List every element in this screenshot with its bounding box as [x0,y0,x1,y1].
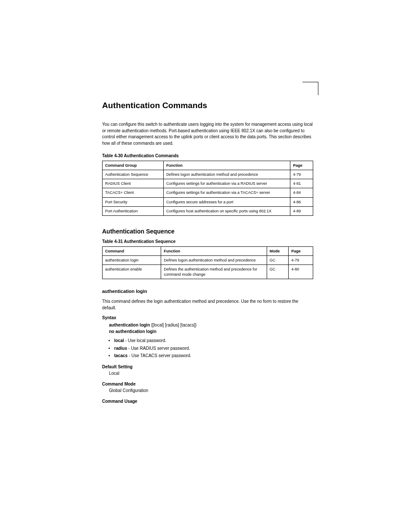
table-cell: RADIUS Client [103,179,164,188]
table-cell: 4-84 [290,188,313,197]
table-header-row: Command Function Mode Page [103,246,313,255]
table-header: Command Group [103,161,164,170]
table-cell: authentication enable [103,265,161,279]
cmdmode-label: Command Mode [102,382,313,386]
page-content: Authentication Commands You can configur… [102,101,313,404]
table-cell: Port Security [103,197,164,206]
table-cell: Authentication Sequence [103,170,164,179]
arg-keyword: tacacs [114,353,128,358]
table-row: authentication login Defines logon authe… [103,255,313,264]
section-heading: Authentication Sequence [102,228,313,235]
auth-sequence-table: Command Function Mode Page authenticatio… [102,246,313,280]
default-text: Local [102,370,313,376]
table-row: RADIUS Client Configures settings for au… [103,179,313,188]
table-cell: Configures host authentication on specif… [163,206,290,215]
table-cell: Configures secure addresses for a port [163,197,290,206]
table-cell: Configures settings for authentication v… [163,188,290,197]
list-item: tacacs - Use TACACS server password. [114,352,313,359]
table-cell: GC [267,265,288,279]
table-header: Function [163,161,290,170]
table-row: authentication enable Defines the authen… [103,265,313,279]
auth-commands-table: Command Group Function Page Authenticati… [102,161,313,216]
default-label: Default Setting [102,364,313,369]
arg-desc: - Use TACACS server password. [128,353,191,358]
argument-list: local - Use local password. radius - Use… [102,337,313,359]
command-heading: authentication login [102,289,313,294]
syntax-label: Syntax [102,315,313,320]
list-item: radius - Use RADIUS server password. [114,345,313,352]
table-cell: 4-79 [289,255,313,264]
table-header: Page [289,246,313,255]
intro-paragraph: You can configure this switch to authent… [102,121,313,146]
table-row: Port Security Configures secure addresse… [103,197,313,206]
table-header: Page [290,161,313,170]
arg-desc: - Use local password. [124,338,166,343]
syntax-keyword: no authentication login [109,329,156,334]
syntax-block: Syntax authentication login {[local] [ra… [102,315,313,359]
crop-mark [302,82,318,95]
list-item: local - Use local password. [114,337,313,344]
table-row: Authentication Sequence Defines logon au… [103,170,313,179]
table-cell: 4-79 [290,170,313,179]
syntax-keyword: authentication login [109,323,150,327]
page-title: Authentication Commands [102,101,313,110]
table-header-row: Command Group Function Page [103,161,313,170]
table-row: TACACS+ Client Configures settings for a… [103,188,313,197]
syntax-args: {[local] [radius] [tacacs]} [151,323,197,327]
table-cell: authentication login [103,255,161,264]
usage-label: Command Usage [102,399,313,404]
arg-keyword: local [114,338,124,343]
table-header: Command [103,246,161,255]
table2-caption: Table 4-31 Authentication Sequence [102,239,313,244]
arg-desc: - Use RADIUS server password. [127,346,190,351]
cmdmode-text: Global Configuration [102,387,313,394]
table-header: Function [161,246,267,255]
syntax-line: authentication login {[local] [radius] [… [102,322,313,328]
table1-caption: Table 4-30 Authentication Commands [102,153,313,158]
table-cell: 4-89 [290,206,313,215]
syntax-line: no authentication login [102,328,313,335]
table-row: Port Authentication Configures host auth… [103,206,313,215]
table-cell: GC [267,255,288,264]
table-cell: 4-81 [290,179,313,188]
table-cell: TACACS+ Client [103,188,164,197]
table-cell: Defines logon authentication method and … [161,255,267,264]
table-header: Mode [267,246,288,255]
arg-keyword: radius [114,346,127,351]
table-cell: 4-86 [290,197,313,206]
table-cell: Defines logon authentication method and … [163,170,290,179]
command-description: This command defines the login authentic… [102,298,313,311]
table-cell: Defines the authentication method and pr… [161,265,267,279]
table-cell: 4-80 [289,265,313,279]
table-cell: Port Authentication [103,206,164,215]
table-cell: Configures settings for authentication v… [163,179,290,188]
